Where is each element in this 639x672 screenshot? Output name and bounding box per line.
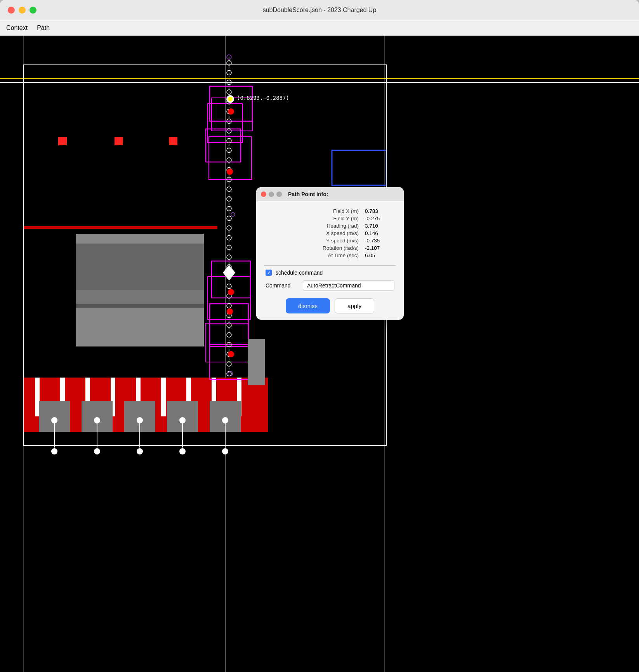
menu-item-path[interactable]: Path bbox=[37, 24, 50, 31]
apply-button[interactable]: apply bbox=[335, 298, 374, 313]
svg-rect-103 bbox=[248, 339, 265, 385]
svg-rect-6 bbox=[115, 137, 123, 145]
at-time-label: At Time (sec) bbox=[264, 252, 365, 258]
dialog-title-bar: Path Point Info: bbox=[256, 187, 404, 201]
svg-rect-22 bbox=[161, 378, 166, 416]
field-y-value: -0.275 bbox=[365, 216, 396, 221]
window-title: subDoubleScore.json - 2023 Charged Up bbox=[263, 7, 377, 14]
dialog-body: Field X (m) 0.783 Field Y (m) -0.275 Hea… bbox=[256, 201, 404, 320]
svg-rect-50 bbox=[206, 129, 241, 162]
svg-rect-7 bbox=[169, 137, 177, 145]
y-speed-value: -0.735 bbox=[365, 238, 396, 244]
x-speed-label: X speed (m/s) bbox=[264, 230, 365, 236]
svg-rect-15 bbox=[76, 308, 204, 346]
at-time-value: 6.05 bbox=[365, 252, 396, 258]
svg-point-95 bbox=[228, 351, 234, 357]
dismiss-button[interactable]: dismiss bbox=[286, 298, 330, 313]
field-visualization: (0.8293,−0.2887) bbox=[0, 36, 639, 672]
x-speed-row: X speed (m/s) 0.146 bbox=[264, 230, 396, 237]
canvas-area: (0.8293,−0.2887) Path Point Info: bbox=[0, 36, 639, 672]
heading-row: Heading (rad) 3.710 bbox=[264, 222, 396, 230]
command-label: Command bbox=[266, 282, 297, 289]
field-x-value: 0.783 bbox=[365, 208, 396, 214]
maximize-button[interactable] bbox=[30, 7, 36, 14]
svg-point-36 bbox=[94, 417, 100, 423]
rotation-value: -2.107 bbox=[365, 245, 396, 251]
divider bbox=[264, 265, 396, 266]
svg-text:(0.8293,−0.2887): (0.8293,−0.2887) bbox=[237, 95, 289, 101]
svg-point-33 bbox=[51, 417, 57, 423]
svg-rect-46 bbox=[332, 150, 386, 185]
menu-bar: Context Path bbox=[0, 20, 639, 36]
y-speed-row: Y speed (m/s) -0.735 bbox=[264, 237, 396, 244]
svg-rect-8 bbox=[23, 226, 217, 229]
x-speed-value: 0.146 bbox=[365, 230, 396, 236]
title-bar: subDoubleScore.json - 2023 Charged Up bbox=[0, 0, 639, 20]
dialog-title: Path Point Info: bbox=[288, 191, 328, 197]
rotation-label: Rotation (rad/s) bbox=[264, 245, 365, 251]
schedule-command-row: schedule command bbox=[264, 270, 396, 276]
svg-point-35 bbox=[94, 448, 100, 454]
path-point-info-dialog: Path Point Info: Field X (m) 0.783 Field… bbox=[256, 187, 404, 320]
close-button[interactable] bbox=[8, 7, 15, 14]
button-row: dismiss apply bbox=[264, 298, 396, 313]
field-x-row: Field X (m) 0.783 bbox=[264, 207, 396, 215]
field-y-label: Field Y (m) bbox=[264, 216, 365, 221]
dialog-maximize-button[interactable] bbox=[276, 192, 282, 197]
menu-item-context[interactable]: Context bbox=[6, 24, 28, 31]
svg-rect-5 bbox=[58, 137, 67, 145]
app-window: subDoubleScore.json - 2023 Charged Up Co… bbox=[0, 0, 639, 672]
svg-point-101 bbox=[228, 97, 233, 101]
rotation-row: Rotation (rad/s) -2.107 bbox=[264, 244, 396, 252]
command-row: Command AutoRetractCommand bbox=[264, 280, 396, 291]
at-time-row: At Time (sec) 6.05 bbox=[264, 252, 396, 259]
svg-point-94 bbox=[227, 308, 233, 315]
svg-point-98 bbox=[231, 212, 235, 216]
svg-marker-96 bbox=[223, 265, 235, 280]
dialog-traffic-lights bbox=[261, 192, 282, 197]
svg-point-92 bbox=[227, 169, 233, 175]
field-y-row: Field Y (m) -0.275 bbox=[264, 215, 396, 222]
heading-label: Heading (rad) bbox=[264, 223, 365, 229]
schedule-command-label: schedule command bbox=[276, 270, 323, 276]
svg-point-39 bbox=[137, 417, 143, 423]
svg-point-93 bbox=[228, 289, 234, 295]
traffic-lights bbox=[8, 7, 36, 14]
svg-point-32 bbox=[51, 448, 57, 454]
field-x-label: Field X (m) bbox=[264, 208, 365, 214]
svg-point-38 bbox=[137, 448, 143, 454]
svg-rect-55 bbox=[206, 323, 248, 362]
heading-value: 3.710 bbox=[365, 223, 396, 229]
svg-point-91 bbox=[228, 108, 234, 115]
dialog-minimize-button[interactable] bbox=[269, 192, 274, 197]
y-speed-label: Y speed (m/s) bbox=[264, 238, 365, 244]
schedule-command-checkbox[interactable] bbox=[266, 270, 272, 276]
svg-point-42 bbox=[179, 417, 186, 423]
minimize-button[interactable] bbox=[19, 7, 26, 14]
svg-point-44 bbox=[222, 448, 228, 454]
info-table: Field X (m) 0.783 Field Y (m) -0.275 Hea… bbox=[264, 207, 396, 259]
command-value[interactable]: AutoRetractCommand bbox=[303, 280, 394, 291]
svg-rect-12 bbox=[76, 244, 204, 290]
svg-point-45 bbox=[222, 417, 228, 423]
dialog-close-button[interactable] bbox=[261, 192, 266, 197]
svg-point-41 bbox=[179, 448, 186, 454]
svg-point-99 bbox=[228, 371, 233, 376]
